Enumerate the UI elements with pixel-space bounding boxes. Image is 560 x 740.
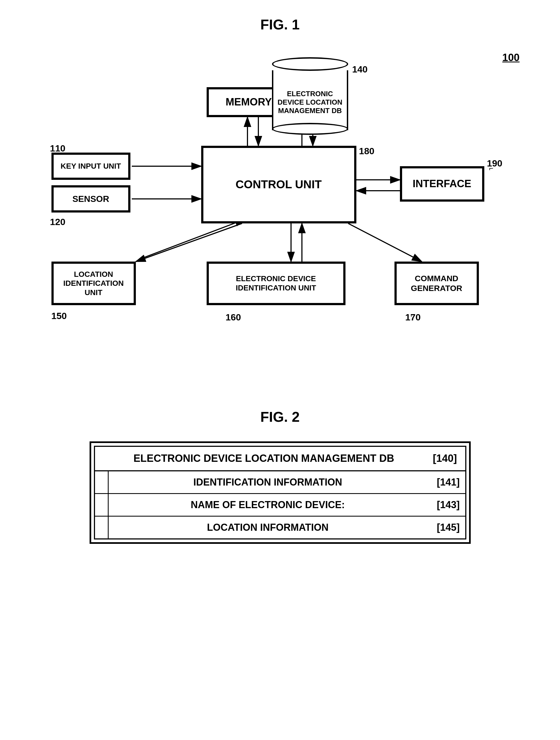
fig2-header-row: ELECTRONIC DEVICE LOCATION MANAGEMENT DB… (95, 447, 465, 471)
svg-line-11 (136, 223, 242, 262)
fig2-inner-table: ELECTRONIC DEVICE LOCATION MANAGEMENT DB… (94, 446, 466, 540)
ref-100: 100 (502, 52, 520, 64)
fig1-title: FIG. 1 (22, 16, 538, 33)
fig2-label-0: IDENTIFICATION INFORMATION (109, 472, 427, 493)
fig2-indent-0 (95, 471, 109, 493)
fig2-ref-0: [141] (427, 472, 465, 493)
location-id-box: LOCATION IDENTIFICATION UNIT (51, 262, 136, 305)
interface-box: INTERFACE (400, 166, 484, 202)
fig2-ref-1: [143] (427, 494, 465, 516)
fig2-row-1: NAME OF ELECTRONIC DEVICE: [143] (95, 494, 465, 517)
fig2-title: FIG. 2 (22, 409, 538, 425)
fig1-diagram: KEY INPUT UNIT SENSOR 110 ⌐ 120 ⌐ MEMORY… (35, 49, 525, 376)
svg-line-12 (144, 219, 245, 258)
fig2-label-1: NAME OF ELECTRONIC DEVICE: (109, 494, 427, 516)
page: FIG. 1 (0, 0, 560, 740)
svg-line-15 (348, 223, 422, 262)
ref-180: 180 (359, 146, 374, 156)
ref-140: 140 (352, 64, 368, 75)
fig2-row-2: LOCATION INFORMATION [145] (95, 517, 465, 538)
fig2-db-ref: [140] (433, 453, 457, 464)
db-cylinder: ELECTRONIC DEVICE LOCATION MANAGEMENT DB (272, 57, 348, 130)
fig2-outer-border: ELECTRONIC DEVICE LOCATION MANAGEMENT DB… (90, 441, 471, 544)
fig2-indent-1 (95, 494, 109, 516)
control-unit-box: CONTROL UNIT (201, 146, 356, 223)
fig2-label-2: LOCATION INFORMATION (109, 517, 427, 538)
fig2-row-0: IDENTIFICATION INFORMATION [141] (95, 471, 465, 494)
fig2-table-wrapper: ELECTRONIC DEVICE LOCATION MANAGEMENT DB… (90, 441, 471, 544)
sensor-box: SENSOR (51, 185, 130, 212)
fig2-indent-2 (95, 517, 109, 538)
fig2-ref-2: [145] (427, 517, 465, 538)
command-generator-box: COMMAND GENERATOR (395, 262, 479, 305)
fig2-db-label: ELECTRONIC DEVICE LOCATION MANAGEMENT DB (103, 452, 425, 465)
key-input-unit-box: KEY INPUT UNIT (51, 153, 130, 180)
electronic-id-box: ELECTRONIC DEVICE IDENTIFICATION UNIT (207, 262, 345, 305)
